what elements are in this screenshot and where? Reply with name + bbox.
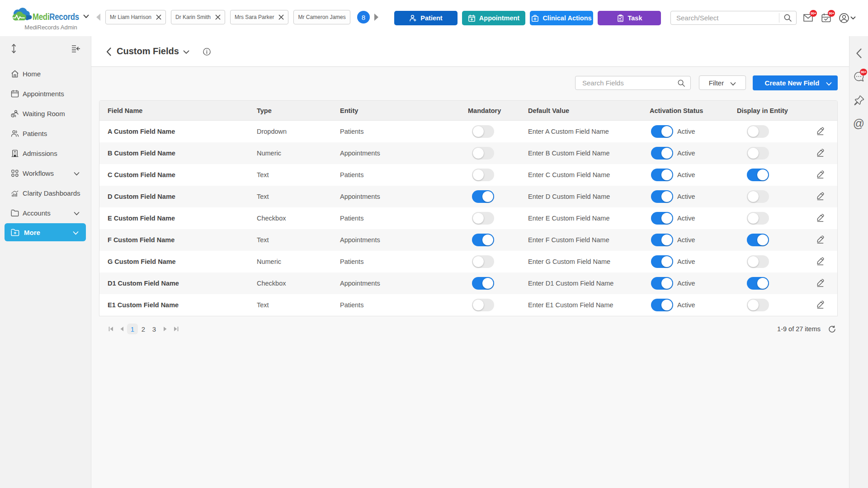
column-header-display-in-entity[interactable]: Display in Entity bbox=[737, 101, 788, 121]
activation-toggle[interactable] bbox=[651, 277, 673, 290]
activation-status-label: Active bbox=[677, 229, 695, 251]
column-header-mandatory[interactable]: Mandatory bbox=[468, 101, 501, 121]
close-icon[interactable] bbox=[278, 14, 284, 20]
rail-collapse-left-icon[interactable] bbox=[856, 48, 862, 58]
column-header-default-value[interactable]: Default Value bbox=[528, 101, 569, 121]
tabs-scroll-left-icon[interactable] bbox=[96, 14, 100, 21]
column-header-type[interactable]: Type bbox=[257, 101, 272, 121]
tabs-overflow-badge[interactable]: 8 bbox=[357, 11, 370, 23]
edit-icon[interactable] bbox=[816, 192, 825, 202]
filter-label: Filter bbox=[709, 79, 724, 87]
pin-icon[interactable] bbox=[854, 95, 864, 106]
last-page-icon[interactable] bbox=[170, 324, 181, 334]
sidebar-collapse-icon[interactable] bbox=[71, 45, 80, 52]
edit-icon[interactable] bbox=[816, 148, 825, 158]
activation-toggle[interactable] bbox=[651, 299, 673, 311]
activation-status-label: Active bbox=[677, 186, 695, 207]
edit-icon[interactable] bbox=[816, 213, 825, 223]
page-number[interactable]: 3 bbox=[149, 324, 160, 334]
mandatory-toggle[interactable] bbox=[472, 169, 494, 181]
column-header-activation-status[interactable]: Activation Status bbox=[650, 101, 703, 121]
mandatory-toggle[interactable] bbox=[472, 125, 494, 138]
mandatory-toggle[interactable] bbox=[472, 234, 494, 246]
activation-status-label: Active bbox=[677, 121, 695, 142]
cell-default-value: Enter A Custom Field Name bbox=[528, 121, 609, 142]
mandatory-toggle[interactable] bbox=[472, 255, 494, 268]
display-toggle[interactable] bbox=[747, 299, 769, 311]
edit-icon[interactable] bbox=[816, 257, 825, 267]
sidebar-item[interactable]: Clarity Dashboards bbox=[0, 183, 91, 203]
display-toggle[interactable] bbox=[747, 255, 769, 268]
logo-chevron-down-icon[interactable] bbox=[83, 14, 89, 19]
activation-toggle[interactable] bbox=[651, 125, 673, 138]
sidebar-item[interactable]: Appointments bbox=[0, 84, 91, 103]
cell-mandatory bbox=[472, 121, 494, 142]
global-search-input[interactable]: Search/Select bbox=[670, 11, 797, 25]
edit-icon[interactable] bbox=[816, 278, 825, 288]
edit-icon[interactable] bbox=[816, 235, 825, 245]
appointment-button[interactable]: Appointment bbox=[462, 11, 525, 25]
display-toggle[interactable] bbox=[747, 190, 769, 203]
sidebar-item-more[interactable]: More bbox=[5, 223, 86, 241]
activation-toggle[interactable] bbox=[651, 169, 673, 181]
refresh-icon[interactable] bbox=[828, 325, 836, 333]
filter-dropdown[interactable]: Filter bbox=[699, 75, 746, 90]
tabs-scroll-right-icon[interactable] bbox=[374, 14, 378, 21]
search-icon[interactable] bbox=[779, 14, 796, 22]
edit-icon[interactable] bbox=[816, 170, 825, 180]
mandatory-toggle[interactable] bbox=[472, 277, 494, 290]
search-fields-input[interactable]: Search Fields bbox=[575, 76, 691, 90]
table-row: E Custom Field Name Checkbox Patients En… bbox=[99, 207, 837, 229]
edit-icon[interactable] bbox=[816, 127, 825, 136]
mentions-icon[interactable]: @ bbox=[853, 118, 864, 129]
sidebar-item[interactable]: Patients bbox=[0, 123, 91, 143]
info-icon[interactable] bbox=[203, 48, 211, 56]
cell-edit bbox=[816, 272, 825, 294]
sidebar-item[interactable]: Workflows bbox=[0, 163, 91, 183]
display-toggle[interactable] bbox=[747, 147, 769, 160]
create-new-field-button[interactable]: Create New Field bbox=[753, 75, 838, 90]
patient-tab[interactable]: Mrs Sara Parker bbox=[230, 10, 288, 24]
account-chevron-down-icon[interactable] bbox=[850, 16, 856, 20]
search-icon[interactable] bbox=[672, 79, 690, 87]
person-plus-icon bbox=[409, 14, 417, 22]
page-number[interactable]: 2 bbox=[138, 324, 149, 334]
close-icon[interactable] bbox=[215, 14, 221, 20]
sidebar-item[interactable]: Admissions bbox=[0, 143, 91, 163]
column-header-entity[interactable]: Entity bbox=[340, 101, 358, 121]
edit-icon[interactable] bbox=[816, 300, 825, 310]
page-number[interactable]: 1 bbox=[127, 324, 138, 334]
patient-tab[interactable]: Mr Liam Harrison bbox=[105, 10, 166, 24]
mandatory-toggle[interactable] bbox=[472, 147, 494, 160]
display-toggle[interactable] bbox=[747, 212, 769, 225]
activation-toggle[interactable] bbox=[651, 234, 673, 246]
mandatory-toggle[interactable] bbox=[472, 212, 494, 225]
task-button[interactable]: Task bbox=[598, 11, 661, 25]
mandatory-toggle[interactable] bbox=[472, 190, 494, 203]
sidebar-item[interactable]: Waiting Room bbox=[0, 103, 91, 123]
sidebar-item[interactable]: Accounts bbox=[0, 203, 91, 223]
patient-button[interactable]: Patient bbox=[394, 11, 458, 25]
display-toggle[interactable] bbox=[747, 234, 769, 246]
first-page-icon[interactable] bbox=[105, 324, 116, 334]
patient-tab[interactable]: Mr Cameron James bbox=[293, 10, 350, 24]
clinical-actions-button[interactable]: Clinical Actions bbox=[530, 11, 593, 25]
account-icon[interactable] bbox=[839, 13, 849, 23]
title-chevron-down-icon[interactable] bbox=[183, 50, 189, 54]
sidebar-resize-icon[interactable] bbox=[10, 43, 18, 54]
close-icon[interactable] bbox=[156, 14, 161, 20]
mandatory-toggle[interactable] bbox=[472, 299, 494, 311]
back-icon[interactable] bbox=[106, 47, 111, 56]
display-toggle[interactable] bbox=[747, 169, 769, 181]
previous-page-icon[interactable] bbox=[116, 324, 127, 334]
activation-toggle[interactable] bbox=[651, 212, 673, 225]
activation-toggle[interactable] bbox=[651, 147, 673, 160]
patient-tab[interactable]: Dr Karin Smith bbox=[171, 10, 225, 24]
display-toggle[interactable] bbox=[747, 277, 769, 290]
activation-toggle[interactable] bbox=[651, 190, 673, 203]
next-page-icon[interactable] bbox=[160, 324, 170, 334]
activation-toggle[interactable] bbox=[651, 255, 673, 268]
display-toggle[interactable] bbox=[747, 125, 769, 138]
column-header-field-name[interactable]: Field Name bbox=[108, 101, 142, 121]
sidebar-item[interactable]: Home bbox=[0, 64, 91, 84]
